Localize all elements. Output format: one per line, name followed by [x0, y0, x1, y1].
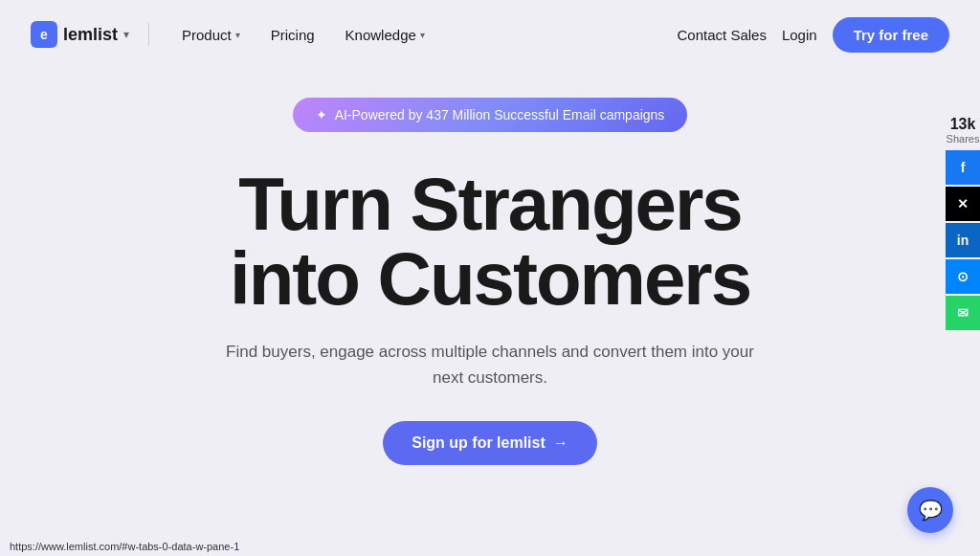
badge-text: AI-Powered by 437 Million Successful Ema… [335, 107, 665, 122]
linkedin-share-button[interactable]: in [946, 223, 980, 257]
nav-link-knowledge[interactable]: Knowledge ▾ [332, 19, 438, 51]
hero-heading: Turn Strangers into Customers [230, 167, 750, 316]
logo-icon: e [31, 21, 57, 48]
navbar: e lemlist ▾ Product ▾ Pricing Knowledge … [0, 0, 980, 69]
logo-text: lemlist [63, 25, 118, 45]
signup-button[interactable]: Sign up for lemlist → [383, 421, 597, 465]
messenger-share-button[interactable]: ⊙ [946, 259, 980, 294]
contact-sales-link[interactable]: Contact Sales [678, 27, 767, 43]
ai-badge: ✦ AI-Powered by 437 Million Successful E… [293, 98, 688, 132]
nav-divider [148, 23, 149, 46]
try-free-button[interactable]: Try for free [833, 17, 949, 53]
social-share-count: 13k [947, 115, 980, 133]
hero-subtext: Find buyers, engage across multiple chan… [222, 339, 758, 390]
cta-arrow-icon: → [553, 434, 568, 452]
logo[interactable]: e lemlist ▾ [31, 21, 129, 48]
nav-link-product[interactable]: Product ▾ [168, 19, 254, 51]
social-share-label: Shares [947, 133, 980, 145]
social-sidebar: 13k Shares f ✕ in ⊙ ✉ [946, 115, 980, 332]
facebook-share-button[interactable]: f [946, 150, 980, 185]
login-link[interactable]: Login [782, 27, 817, 43]
badge-star-icon: ✦ [316, 107, 327, 122]
product-chevron-icon: ▾ [235, 30, 240, 40]
navbar-right: Contact Sales Login Try for free [678, 17, 949, 53]
nav-link-pricing[interactable]: Pricing [257, 19, 328, 51]
hero-section: ✦ AI-Powered by 437 Million Successful E… [0, 69, 980, 465]
whatsapp-share-button[interactable]: ✉ [946, 296, 980, 330]
url-bar: https://www.lemlist.com/#w-tabs-0-data-w… [0, 537, 249, 556]
chat-bubble-button[interactable]: 💬 [907, 487, 953, 533]
navbar-left: e lemlist ▾ Product ▾ Pricing Knowledge … [31, 19, 438, 51]
chat-icon: 💬 [919, 499, 943, 522]
logo-chevron-icon: ▾ [123, 28, 129, 41]
social-count-wrapper: 13k Shares [947, 115, 980, 145]
knowledge-chevron-icon: ▾ [420, 30, 425, 40]
twitter-share-button[interactable]: ✕ [946, 187, 980, 221]
nav-links: Product ▾ Pricing Knowledge ▾ [168, 19, 438, 51]
